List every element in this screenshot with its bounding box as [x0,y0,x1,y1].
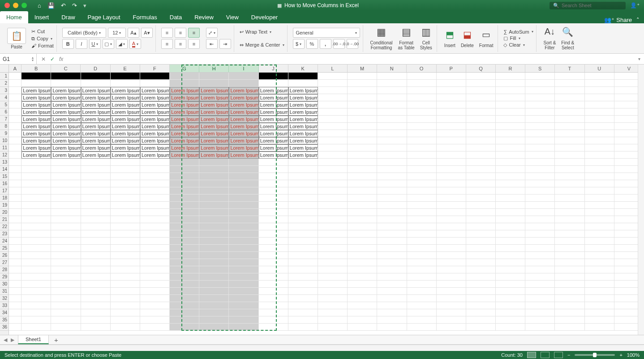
cell[interactable] [288,209,318,216]
cell[interactable] [21,202,51,209]
cell[interactable] [525,288,555,295]
cell[interactable] [348,73,377,80]
cell[interactable] [229,209,258,216]
cell[interactable] [555,73,584,80]
cell[interactable] [437,216,466,223]
cell[interactable] [407,144,437,151]
cell[interactable] [407,80,437,87]
cell[interactable] [229,273,258,281]
cell[interactable] [377,80,407,87]
cell[interactable] [140,166,170,173]
format-painter-button[interactable]: 🖌Format [31,43,54,48]
cell[interactable] [288,180,318,187]
cell[interactable] [466,245,496,252]
cell[interactable] [199,309,229,316]
row-header-21[interactable]: 21 [0,216,9,223]
cell[interactable] [437,202,466,209]
cell[interactable]: Lorem Ipsum [111,130,140,137]
cell[interactable]: Lorem Ipsum [111,101,140,108]
cell[interactable] [466,202,496,209]
cell[interactable]: Lorem Ipsum [288,101,318,108]
share-button[interactable]: 👥⁺Share [604,17,632,23]
cell[interactable]: Lorem Ipsum [288,116,318,123]
cell[interactable] [51,202,81,209]
cell[interactable]: Lorem Ipsum [229,87,258,94]
cell[interactable] [525,245,555,252]
cell[interactable] [496,216,525,223]
cell[interactable] [229,259,258,266]
close-window-button[interactable] [4,3,10,8]
cell[interactable] [81,202,111,209]
enter-formula-icon[interactable]: ✓ [50,56,55,62]
cell[interactable] [496,202,525,209]
cell[interactable] [9,202,21,209]
cell[interactable] [9,159,21,166]
cell[interactable]: Lorem Ipsum [81,101,111,108]
tab-data[interactable]: Data [163,11,188,23]
cell[interactable] [21,173,51,180]
redo-icon[interactable]: ↷ [72,2,77,9]
cell[interactable] [9,302,21,309]
cell[interactable] [377,195,407,202]
cell[interactable] [318,80,348,87]
cell[interactable]: Lorem Ipsum [21,87,51,94]
column-header-G[interactable]: G [170,65,199,72]
cell[interactable] [496,252,525,259]
cell[interactable] [111,187,140,195]
cell[interactable] [585,94,614,101]
increase-decimal-button[interactable]: .00→.0 [333,39,345,49]
cell[interactable] [140,187,170,195]
cell[interactable] [170,324,199,331]
cell[interactable] [525,180,555,187]
cell[interactable] [585,216,614,223]
cell[interactable] [348,94,377,101]
cell[interactable] [585,223,614,230]
cell[interactable] [377,159,407,166]
cell[interactable] [555,166,584,173]
cell[interactable] [585,295,614,302]
view-page-break-button[interactable] [554,352,563,358]
column-header-S[interactable]: S [525,65,555,72]
cell[interactable] [140,173,170,180]
cell[interactable] [348,173,377,180]
cell[interactable] [288,266,318,273]
cell[interactable] [288,259,318,266]
cell[interactable]: Lorem Ipsum [51,94,81,101]
font-color-button[interactable]: A [129,39,141,49]
decrease-indent-button[interactable]: ⇤ [206,39,218,49]
cell[interactable] [318,281,348,288]
align-left-button[interactable]: ≡ [161,39,173,49]
cell[interactable] [585,245,614,252]
cell[interactable] [555,324,584,331]
cell[interactable] [140,209,170,216]
cut-button[interactable]: ✂Cut [31,29,54,35]
cell[interactable] [525,309,555,316]
cell[interactable] [377,259,407,266]
cell[interactable] [437,195,466,202]
cell[interactable] [348,101,377,108]
bold-button[interactable]: B [62,39,74,49]
cell[interactable] [437,288,466,295]
underline-button[interactable]: U [89,39,101,49]
cell[interactable] [585,238,614,245]
cell[interactable] [199,238,229,245]
cell[interactable] [555,180,584,187]
cell[interactable] [466,108,496,116]
row-header-32[interactable]: 32 [0,295,9,302]
cell[interactable] [318,230,348,238]
cell[interactable] [140,230,170,238]
cell[interactable] [496,266,525,273]
cell[interactable] [288,166,318,173]
row-header-20[interactable]: 20 [0,209,9,216]
cell[interactable] [81,216,111,223]
cell[interactable]: Lorem Ipsum [51,101,81,108]
cell[interactable] [525,137,555,144]
cell[interactable] [348,123,377,130]
cell[interactable]: Lorem Ipsum [288,151,318,159]
column-header-T[interactable]: T [555,65,584,72]
cell[interactable] [407,123,437,130]
cell[interactable] [437,151,466,159]
cell[interactable] [51,180,81,187]
cell[interactable]: Lorem Ipsum [229,130,258,137]
cell[interactable] [229,166,258,173]
